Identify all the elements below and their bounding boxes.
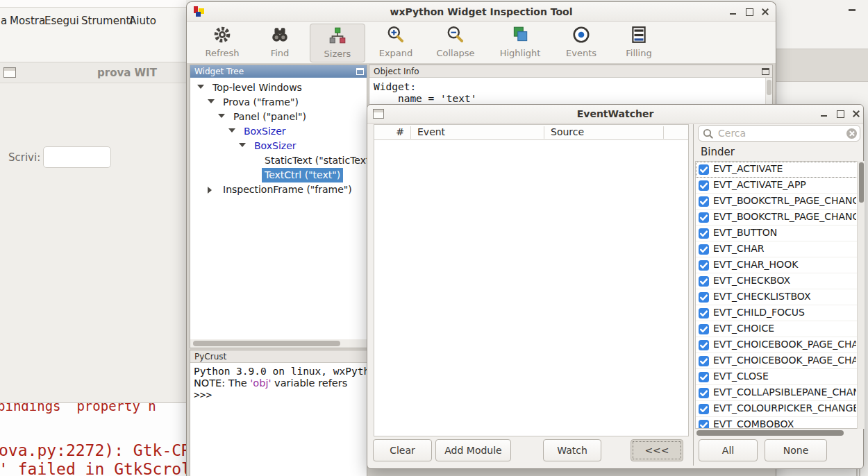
tree-item-label[interactable]: Top-level Windows [212,80,302,95]
collapse-arrow-icon[interactable] [239,143,246,147]
checked-checkbox[interactable] [699,196,709,207]
event-binder-row[interactable]: EVT_CHOICEBOOK_PAGE_CHANGING [696,353,857,369]
tree-item[interactable]: InspectionFrame ("frame") [190,182,367,197]
menu-item-mostra[interactable]: Mostra [10,8,45,34]
tree-item[interactable]: Prova ("frame") [190,95,367,110]
binder-list-vscrollbar[interactable] [857,161,865,429]
select-all-button[interactable]: All [699,439,758,461]
tree-item-label[interactable]: StaticText ("staticText") [265,153,367,168]
toolbar-button-filling[interactable]: Filling [611,24,667,62]
tree-item-label[interactable]: Panel ("panel") [233,110,306,124]
event-binder-row[interactable]: EVT_CHILD_FOCUS [696,305,857,321]
scrivi-input[interactable] [43,146,111,168]
checked-checkbox[interactable] [699,228,709,239]
maximize-button[interactable] [835,109,845,119]
binder-event-list[interactable]: EVT_ACTIVATEEVT_ACTIVATE_APPEVT_BOOKCTRL… [695,161,857,429]
tree-item[interactable]: Panel ("panel") [190,110,367,124]
toolbar-button-events[interactable]: Events [553,24,609,62]
watch-button[interactable]: Watch [543,439,601,461]
event-binder-row[interactable]: EVT_COLOURPICKER_CHANGED [696,401,857,417]
float-pane-icon[interactable] [762,68,769,75]
collapse-panel-button[interactable]: <<< [631,439,683,461]
minimize-button[interactable] [728,7,738,17]
event-binder-row[interactable]: EVT_CHOICE [696,321,857,337]
menu-item-esegui[interactable]: Esegui [44,8,79,34]
search-box[interactable] [698,125,860,142]
panel-splitter[interactable] [693,124,694,466]
event-binder-row[interactable]: EVT_BUTTON [696,226,857,241]
checked-checkbox[interactable] [699,244,709,255]
checked-checkbox[interactable] [699,388,709,398]
toolbar-button-refresh[interactable]: Refresh [194,24,250,62]
collapse-arrow-icon[interactable] [208,99,215,103]
checked-checkbox[interactable] [699,212,709,223]
column-header-number[interactable]: # [395,126,404,137]
event-binder-row[interactable]: EVT_CHECKLISTBOX [696,289,857,305]
scrollbar-thumb[interactable] [859,162,864,203]
pycrust-shell[interactable]: Python 3.9.0 on linux, wxPython NOTE: Th… [190,363,367,476]
checked-checkbox[interactable] [699,292,709,303]
binder-list-hscrollbar[interactable] [695,429,857,437]
event-binder-row[interactable]: EVT_CLOSE [696,369,857,385]
toolbar-button-find[interactable]: Find [252,24,308,62]
select-none-button[interactable]: None [765,439,827,461]
tree-item-label[interactable]: BoxSizer [244,124,286,139]
tree-item-label[interactable]: BoxSizer [254,139,297,153]
checked-checkbox[interactable] [699,164,709,175]
minimize-icon[interactable] [849,9,856,11]
tree-item[interactable]: BoxSizer [190,124,367,139]
checked-checkbox[interactable] [699,324,709,334]
event-binder-row[interactable]: EVT_CHAR [696,241,857,257]
maximize-button[interactable] [744,7,754,17]
toolbar-button-collapse[interactable]: Collapse [428,24,483,62]
toolbar-button-expand[interactable]: Expand [368,24,424,62]
checked-checkbox[interactable] [699,372,709,382]
add-module-button[interactable]: Add Module [435,439,511,461]
event-binder-row[interactable]: EVT_ACTIVATE [696,162,857,178]
tree-item-label[interactable]: Prova ("frame") [223,95,299,110]
event-binder-row[interactable]: EVT_CHAR_HOOK [696,257,857,273]
tree-item-label[interactable]: InspectionFrame ("frame") [223,182,352,197]
event-binder-row[interactable]: EVT_COMBOBOX [696,417,857,429]
menu-item-strumenti[interactable]: Strumenti [81,8,133,34]
column-header-event[interactable]: Event [417,126,445,137]
scrollbar-thumb[interactable] [767,80,771,95]
toolbar-button-highlight[interactable]: Highlight [492,24,548,62]
scrollbar-thumb[interactable] [696,430,844,436]
checked-checkbox[interactable] [699,404,709,414]
tree-item[interactable]: TextCtrl ("text") [190,168,367,182]
checked-checkbox[interactable] [699,420,709,429]
event-binder-row[interactable]: EVT_ACTIVATE_APP [696,178,857,194]
collapse-arrow-icon[interactable] [197,85,204,89]
clear-search-icon[interactable] [846,128,857,139]
collapse-arrow-icon[interactable] [228,128,235,133]
close-button[interactable] [851,109,861,119]
menu-item-aiuto[interactable]: Aiuto [129,8,156,34]
column-header-source[interactable]: Source [551,126,584,137]
search-input[interactable] [717,126,842,140]
prova-titlebar[interactable]: prova WIT [0,62,186,83]
checked-checkbox[interactable] [699,340,709,350]
tree-item[interactable]: BoxSizer [190,139,367,153]
widget-tree-body[interactable]: Top-level WindowsProva ("frame")Panel ("… [190,78,367,339]
inspector-titlebar[interactable]: wxPython Widget Inspection Tool [187,2,776,22]
tree-item[interactable]: StaticText ("staticText") [190,153,367,168]
expand-arrow-icon[interactable] [208,187,212,194]
event-binder-row[interactable]: EVT_CHECKBOX [696,273,857,289]
checked-checkbox[interactable] [699,260,709,271]
scrollbar-thumb[interactable] [193,341,340,346]
tree-item[interactable]: Top-level Windows [190,80,367,95]
event-binder-row[interactable]: EVT_BOOKCTRL_PAGE_CHANGED [696,194,857,210]
pycrust-header[interactable]: PyCrust [190,350,367,363]
widget-tree-hscrollbar[interactable] [190,339,367,348]
checked-checkbox[interactable] [699,308,709,318]
checked-checkbox[interactable] [699,356,709,366]
event-binder-row[interactable]: EVT_CHOICEBOOK_PAGE_CHANGED [696,337,857,353]
object-info-header[interactable]: Object Info [369,65,772,78]
float-pane-icon[interactable] [356,68,364,75]
close-button[interactable] [760,7,770,17]
event-binder-row[interactable]: EVT_BOOKCTRL_PAGE_CHANGING [696,210,857,226]
eventwatcher-titlebar[interactable]: EventWatcher [367,105,863,124]
clear-button[interactable]: Clear [373,439,432,461]
minimize-button[interactable] [819,109,829,119]
